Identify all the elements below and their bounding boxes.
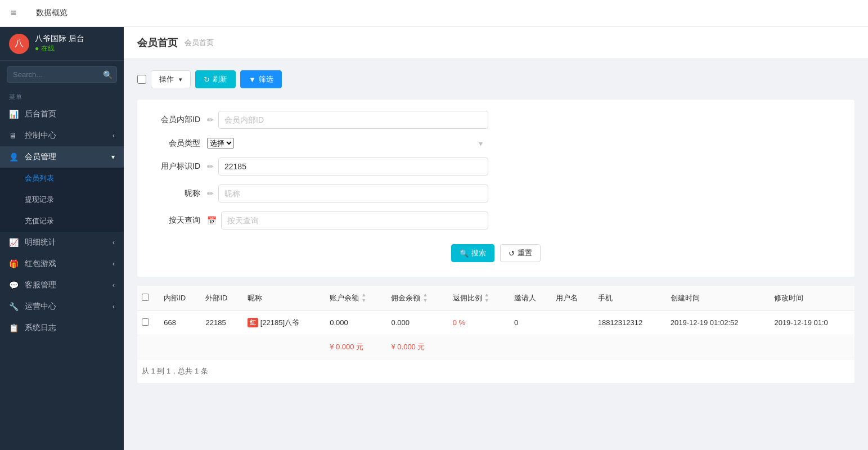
sidebar-search-area: 🔍 (0, 61, 124, 88)
total-commission-balance: ¥ 0.000 元 (386, 335, 448, 359)
td-rebate-ratio: 0 % (448, 310, 510, 335)
hamburger-btn[interactable]: ≡ (0, 0, 27, 27)
sidebar-icon: 🎁 (9, 259, 20, 268)
th-账户余额[interactable]: 账户余额▲▼ (325, 286, 386, 310)
sidebar-sub-item-会员列表[interactable]: 会员列表 (0, 168, 124, 189)
filter-label-member-type: 会员类型 (151, 138, 207, 148)
pagination-info: 从 1 到 1，总共 1 条 (137, 359, 854, 383)
total-empty-7 (551, 335, 593, 359)
sidebar-item-label: 系统日志 (25, 323, 56, 333)
sidebar-search-input[interactable] (7, 66, 117, 83)
sidebar-item-运营中心[interactable]: 🔧 运营中心 ‹ (0, 296, 124, 317)
sortable-header[interactable]: 佣金余额▲▼ (391, 292, 428, 304)
sortable-header[interactable]: 账户余额▲▼ (330, 292, 366, 304)
td-commission-balance: 0.000 (386, 310, 448, 335)
date-input[interactable] (221, 212, 488, 230)
refresh-button[interactable]: ↻ 刷新 (195, 70, 236, 88)
sidebar-sub-item-label: 会员列表 (25, 173, 54, 183)
internal-id-input[interactable] (218, 111, 488, 129)
table-body: 668 22185 红 [22185]八爷 0.000 0.000 0 % 0 … (137, 310, 854, 359)
sidebar-item-系统日志[interactable]: 📋 系统日志 (0, 317, 124, 339)
reset-icon: ↺ (509, 249, 515, 258)
member-type-select-wrap: 选择 (207, 138, 488, 148)
th-佣金余额[interactable]: 佣金余额▲▼ (386, 286, 448, 310)
chevron-icon: ▾ (111, 153, 115, 161)
filter-input-date: 📅 (207, 212, 488, 230)
user-id-input[interactable] (218, 158, 488, 176)
nickname-text: [22185]八爷 (260, 318, 299, 328)
top-nav-item[interactable]: 数据概览 (27, 0, 77, 27)
nickname-input[interactable] (218, 184, 488, 202)
td-phone: 18812312312 (593, 310, 666, 335)
td-username (551, 310, 593, 335)
filter-row-date: 按天查询 📅 (151, 212, 841, 230)
total-empty-3 (201, 335, 242, 359)
sidebar-item-控制中心[interactable]: 🖥 控制中心 ‹ (0, 125, 124, 146)
toolbar: 操作 ▾ ↻ 刷新 ▼ 筛选 (137, 70, 854, 88)
sidebar-icon: 🖥 (9, 131, 20, 140)
td-account-balance: 0.000 (325, 310, 386, 335)
filter-input-nickname: ✏ (207, 184, 488, 202)
table-select-all[interactable] (142, 294, 149, 301)
filter-row-internal-id: 会员内部ID ✏ (151, 111, 841, 129)
sidebar-item-客服管理[interactable]: 💬 客服管理 ‹ (0, 274, 124, 296)
sidebar-item-label: 红包游戏 (25, 259, 56, 269)
logo-icon: 八 (9, 34, 29, 54)
sortable-header[interactable]: 返佣比例▲▼ (453, 292, 489, 304)
search-icon: 🔍 (460, 249, 469, 258)
refresh-label: 刷新 (213, 74, 227, 84)
chevron-icon: ‹ (113, 281, 115, 289)
page-header: 会员首页 会员首页 (124, 27, 868, 59)
td-external-id: 22185 (201, 310, 242, 335)
search-button[interactable]: 🔍 搜索 (451, 244, 494, 262)
data-table: 内部ID外部ID昵称账户余额▲▼佣金余额▲▼返佣比例▲▼邀请人用户名手机创建时间… (137, 286, 854, 359)
member-type-select[interactable]: 选择 (207, 138, 234, 148)
online-status: ● 在线 (35, 44, 84, 53)
sidebar-sub-member-management: 会员列表提现记录充值记录 (0, 168, 124, 232)
sidebar: 八 八爷国际 后台 ● 在线 🔍 菜单 📊 后台首页 🖥 控制中心 ‹👤 会员管… (0, 27, 124, 450)
reset-button[interactable]: ↺ 重置 (500, 244, 541, 262)
filter-actions: 🔍 搜索 ↺ 重置 (151, 238, 841, 271)
sidebar-sub-item-提现记录[interactable]: 提现记录 (0, 189, 124, 210)
th-手机: 手机 (593, 286, 666, 310)
sidebar-item-label: 后台首页 (25, 109, 56, 119)
data-table-wrap: 内部ID外部ID昵称账户余额▲▼佣金余额▲▼返佣比例▲▼邀请人用户名手机创建时间… (137, 286, 854, 383)
sidebar-item-label: 控制中心 (25, 130, 56, 141)
filter-label-nickname: 昵称 (151, 188, 207, 199)
select-all-checkbox[interactable] (137, 75, 146, 84)
td-nickname: 红 [22185]八爷 (243, 310, 325, 335)
row-checkbox[interactable] (142, 318, 149, 326)
select-all-wrap (137, 75, 146, 84)
chevron-icon: ‹ (113, 132, 115, 140)
chevron-icon: ‹ (113, 238, 115, 246)
sidebar-item-会员管理[interactable]: 👤 会员管理 ▾ (0, 146, 124, 168)
page-title: 会员首页 (137, 36, 178, 50)
total-empty-1 (137, 335, 159, 359)
th-创建时间: 创建时间 (666, 286, 770, 310)
sidebar-item-后台首页[interactable]: 📊 后台首页 (0, 104, 124, 125)
sidebar-item-label: 会员管理 (25, 152, 56, 162)
sort-arrows-icon: ▲▼ (422, 292, 428, 304)
th-返佣比例[interactable]: 返佣比例▲▼ (448, 286, 510, 310)
table-row: 668 22185 红 [22185]八爷 0.000 0.000 0 % 0 … (137, 310, 854, 335)
sidebar-sub-item-label: 提现记录 (25, 195, 54, 205)
filter-form: 会员内部ID ✏ 会员类型 选择 (137, 100, 854, 277)
filter-label-user-id: 用户标识ID (151, 161, 207, 172)
sidebar-logo: 八 八爷国际 后台 ● 在线 (0, 27, 124, 61)
sidebar-item-label: 运营中心 (25, 302, 56, 312)
filter-row-user-id: 用户标识ID ✏ (151, 158, 841, 176)
td-internal-id: 668 (159, 310, 201, 335)
sidebar-icon: 🔧 (9, 302, 20, 311)
sidebar-icon: 📈 (9, 238, 20, 247)
sidebar-item-红包游戏[interactable]: 🎁 红包游戏 ‹ (0, 253, 124, 274)
table-header-row: 内部ID外部ID昵称账户余额▲▼佣金余额▲▼返佣比例▲▼邀请人用户名手机创建时间… (137, 286, 854, 310)
edit-icon-nickname: ✏ (207, 189, 214, 198)
sidebar-icon: 📋 (9, 323, 20, 332)
sidebar-item-明细统计[interactable]: 📈 明细统计 ‹ (0, 232, 124, 253)
chevron-icon: ‹ (113, 260, 115, 268)
operation-button[interactable]: 操作 ▾ (151, 70, 191, 88)
sidebar-sub-item-充值记录[interactable]: 充值记录 (0, 210, 124, 232)
chevron-icon: ‹ (113, 303, 115, 310)
filter-button[interactable]: ▼ 筛选 (240, 70, 282, 88)
sort-arrows-icon: ▲▼ (484, 292, 489, 304)
